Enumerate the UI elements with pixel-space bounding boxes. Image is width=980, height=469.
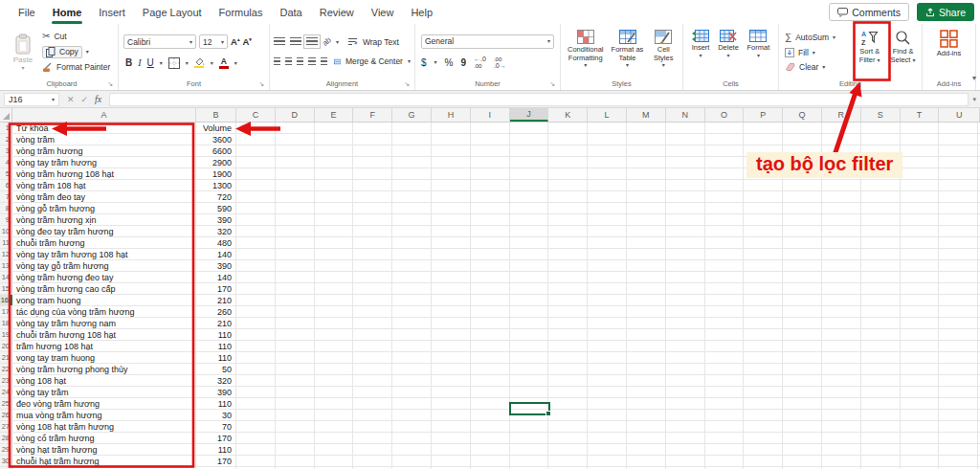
align-right-icon[interactable]	[297, 57, 303, 66]
column-header-N[interactable]: N	[666, 108, 705, 122]
cell-A26[interactable]: mua vòng trầm hương	[12, 410, 196, 420]
empty-cells-row-8[interactable]	[236, 203, 980, 213]
cell-B24[interactable]: 390	[196, 387, 236, 397]
cell-B30[interactable]: 170	[196, 456, 236, 466]
orientation-icon[interactable]: ab	[321, 35, 333, 48]
cell-B8[interactable]: 590	[196, 203, 236, 213]
empty-cells-row-22[interactable]	[236, 364, 980, 374]
cell-A16[interactable]: vong tram huong	[12, 295, 196, 305]
row-header-6[interactable]: 6	[0, 180, 12, 190]
ribbon-tab-page-layout[interactable]: Page Layout	[134, 0, 211, 24]
cell-B17[interactable]: 260	[196, 306, 236, 317]
cell-A8[interactable]: vòng gỗ trầm hương	[12, 203, 196, 213]
row-header-4[interactable]: 4	[0, 157, 12, 168]
comma-style-button[interactable]: 9	[460, 57, 466, 68]
cell-A2[interactable]: vòng trầm	[12, 134, 196, 145]
empty-cells-row-12[interactable]	[236, 249, 980, 259]
cell-B12[interactable]: 140	[196, 249, 236, 259]
cell-B21[interactable]: 110	[196, 352, 236, 363]
cell-B27[interactable]: 70	[196, 421, 236, 432]
dialog-launcher-icon[interactable]: ↘	[404, 80, 410, 87]
column-header-K[interactable]: K	[548, 108, 588, 122]
cell-A12[interactable]: vòng tay trầm hương 108 hạt	[12, 249, 196, 259]
empty-cells-row-26[interactable]	[236, 410, 980, 420]
ribbon-tab-help[interactable]: Help	[402, 0, 441, 24]
column-header-J[interactable]: J	[510, 108, 549, 122]
row-header-3[interactable]: 3	[0, 145, 12, 156]
cell-B10[interactable]: 320	[196, 226, 236, 236]
empty-cells-row-18[interactable]	[236, 318, 980, 328]
align-middle-icon[interactable]	[290, 37, 301, 46]
cell-styles-button[interactable]: Cell Styles ▾	[647, 27, 679, 77]
empty-cells-row-13[interactable]	[236, 260, 980, 271]
column-header-T[interactable]: T	[901, 108, 940, 122]
empty-cells-row-2[interactable]	[236, 134, 980, 145]
addins-button[interactable]: Add-ins	[935, 27, 963, 77]
cell-A21[interactable]: vong tay tram huong	[12, 352, 196, 363]
empty-cells-row-20[interactable]	[236, 341, 980, 351]
row-header-10[interactable]: 10	[0, 226, 12, 236]
copy-button[interactable]: Copy ▾	[42, 46, 110, 58]
ribbon-tab-data[interactable]: Data	[271, 0, 310, 24]
cell-B5[interactable]: 1900	[196, 168, 236, 179]
row-header-5[interactable]: 5	[0, 168, 12, 179]
column-header-M[interactable]: M	[627, 108, 666, 122]
number-format-select[interactable]: General ▾	[421, 34, 554, 49]
empty-cells-row-3[interactable]	[236, 145, 980, 156]
ribbon-tab-formulas[interactable]: Formulas	[211, 0, 272, 24]
currency-button[interactable]: $	[421, 57, 427, 68]
cell-B2[interactable]: 3600	[196, 134, 236, 145]
cell-A18[interactable]: vòng tay trầm hương nam	[12, 318, 196, 328]
expand-formula-bar-icon[interactable]: ▾	[972, 96, 976, 102]
comments-button[interactable]: Comments	[829, 3, 909, 21]
align-left-icon[interactable]	[274, 57, 280, 66]
ribbon-tab-home[interactable]: Home	[44, 0, 91, 24]
row-header-29[interactable]: 29	[0, 444, 12, 455]
row-header-16[interactable]: 16	[0, 295, 12, 305]
empty-cells-row-9[interactable]	[236, 214, 980, 225]
dialog-launcher-icon[interactable]: ↘	[549, 80, 555, 87]
cell-B14[interactable]: 140	[196, 272, 236, 282]
cell-B16[interactable]: 210	[196, 295, 236, 305]
column-header-H[interactable]: H	[432, 108, 471, 122]
row-header-20[interactable]: 20	[0, 341, 12, 351]
cell-A24[interactable]: vòng tay trầm	[12, 387, 196, 397]
row-header-28[interactable]: 28	[0, 433, 12, 443]
column-header-P[interactable]: P	[744, 108, 783, 122]
row-header-7[interactable]: 7	[0, 191, 12, 202]
sort-filter-button[interactable]: AZ Sort &Filter ▾	[853, 27, 886, 77]
row-header-18[interactable]: 18	[0, 318, 12, 328]
cut-button[interactable]: ✂ Cut	[42, 31, 110, 41]
empty-cells-row-19[interactable]	[236, 329, 980, 340]
empty-cells-row-27[interactable]	[236, 421, 980, 432]
cell-A13[interactable]: vòng tay gỗ trầm hương	[12, 260, 196, 271]
column-header-Q[interactable]: Q	[783, 108, 822, 122]
font-size-select[interactable]: 12 ▾	[199, 34, 228, 49]
empty-cells-row-14[interactable]	[236, 272, 980, 282]
row-header-8[interactable]: 8	[0, 203, 12, 213]
formula-input[interactable]	[109, 93, 969, 106]
empty-cells-row-11[interactable]	[236, 237, 980, 248]
font-name-select[interactable]: Calibri ▾	[123, 34, 196, 49]
delete-cells-button[interactable]: Delete ▾	[716, 27, 741, 77]
dialog-launcher-icon[interactable]: ↘	[258, 80, 264, 87]
ribbon-tab-review[interactable]: Review	[311, 0, 363, 24]
collapse-ribbon-icon[interactable]: ▾	[972, 74, 976, 82]
empty-cells-row-1[interactable]	[236, 123, 980, 133]
insert-function-button[interactable]: fx	[95, 94, 101, 104]
cell-B3[interactable]: 6600	[196, 145, 236, 156]
ribbon-tab-view[interactable]: View	[363, 0, 403, 24]
format-as-table-button[interactable]: Format as Table ▾	[609, 27, 647, 77]
font-color-button[interactable]: A	[219, 57, 229, 69]
row-header-23[interactable]: 23	[0, 375, 12, 386]
cell-A7[interactable]: vòng trầm đeo tay	[12, 191, 196, 202]
cell-A6[interactable]: vòng trầm 108 hạt	[12, 180, 196, 190]
row-header-14[interactable]: 14	[0, 272, 12, 282]
column-header-I[interactable]: I	[471, 108, 510, 122]
format-cells-button[interactable]: Format ▾	[746, 27, 772, 77]
cell-B11[interactable]: 480	[196, 237, 236, 248]
cell-B13[interactable]: 390	[196, 260, 236, 271]
select-all-corner[interactable]	[0, 108, 12, 122]
ribbon-tab-file[interactable]: File	[10, 0, 44, 24]
cell-B22[interactable]: 50	[196, 364, 236, 374]
